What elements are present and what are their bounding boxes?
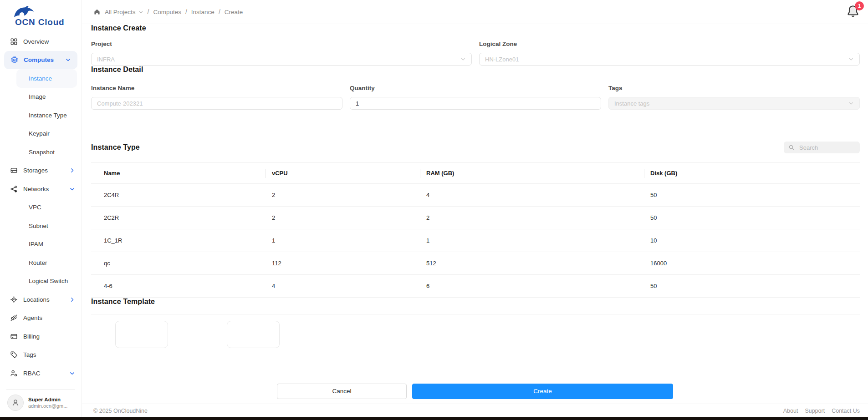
sidebar-item-instance[interactable]: Instance	[16, 69, 77, 88]
sidebar-item-label: Router	[29, 259, 47, 266]
tag-icon	[10, 351, 18, 359]
tags-select[interactable]: Instance tags	[608, 97, 860, 110]
sidebar-item-rbac[interactable]: RBAC	[0, 364, 82, 383]
breadcrumb-project-label: All Projects	[105, 9, 136, 15]
sidebar-item-snapshot[interactable]: Snapshot	[0, 143, 82, 162]
chevron-down-icon	[69, 370, 75, 376]
plug-icon	[10, 314, 18, 322]
sidebar-item-locations[interactable]: Locations	[0, 290, 82, 309]
logical-zone-select[interactable]: HN-LZone01	[479, 53, 860, 66]
footer-link-about[interactable]: About	[783, 408, 798, 414]
avatar	[7, 395, 24, 411]
logical-zone-field: Logical Zone HN-LZone01	[479, 32, 860, 66]
instance-name-field: Instance Name	[91, 74, 342, 110]
section-title-instance-create: Instance Create	[91, 24, 860, 32]
footer-link-support[interactable]: Support	[805, 408, 825, 414]
template-card[interactable]	[227, 321, 280, 348]
brand-logo[interactable]: OCN Cloud	[0, 5, 82, 32]
cell-vcpu: 112	[266, 260, 420, 267]
storage-icon	[10, 167, 18, 174]
sidebar-item-logical-switch[interactable]: Logical Switch	[0, 272, 82, 291]
cell-name: 2C4R	[91, 192, 266, 198]
chevron-right-icon	[69, 167, 75, 173]
detail-fields-row: Instance Name Quantity Tags Instance tag…	[91, 74, 860, 110]
action-bar: Cancel Create	[82, 379, 868, 404]
project-label: Project	[91, 40, 472, 47]
template-divider	[91, 314, 860, 314]
sidebar-item-label: Image	[29, 93, 46, 100]
sidebar-item-tags[interactable]: Tags	[0, 346, 82, 364]
cell-vcpu: 4	[266, 283, 420, 289]
column-header-name[interactable]: Name	[91, 170, 266, 177]
footer-links: About Support Contact Us	[783, 408, 860, 414]
sidebar-item-label: Instance	[29, 75, 52, 82]
chevron-right-icon	[69, 297, 75, 303]
card-icon	[10, 333, 18, 340]
sidebar-item-agents[interactable]: Agents	[0, 309, 82, 328]
dolphin-logo-icon	[14, 5, 35, 18]
copyright-text: © 2025 OnCloudNine	[93, 408, 148, 414]
instance-type-header: Instance Type	[91, 142, 860, 153]
breadcrumb-item-computes[interactable]: Computes	[153, 9, 181, 15]
sidebar-item-networks[interactable]: Networks	[0, 180, 82, 198]
table-row[interactable]: 4-6 4 6 50	[91, 275, 860, 298]
create-button[interactable]: Create	[412, 384, 673, 399]
sidebar-item-billing[interactable]: Billing	[0, 327, 82, 346]
home-icon[interactable]	[93, 8, 101, 15]
cell-ram: 4	[420, 192, 644, 198]
sidebar-item-label: Keypair	[29, 130, 50, 137]
sidebar-item-label: Subnet	[29, 223, 48, 229]
page-footer: © 2025 OnCloudNine About Support Contact…	[82, 404, 868, 417]
table-row[interactable]: 2C4R 2 4 50	[91, 184, 860, 207]
column-header-ram[interactable]: RAM (GB)	[420, 170, 644, 177]
table-row[interactable]: 1C_1R 1 1 10	[91, 229, 860, 252]
instance-type-search[interactable]	[784, 142, 860, 153]
sidebar-item-label: RBAC	[23, 370, 41, 377]
sidebar-item-ipam[interactable]: IPAM	[0, 235, 82, 254]
sidebar-item-computes[interactable]: Computes	[4, 51, 77, 70]
notifications-bell[interactable]: 1	[846, 4, 860, 20]
table-row[interactable]: qc 112 512 16000	[91, 252, 860, 275]
search-input[interactable]	[798, 144, 855, 152]
user-profile[interactable]: Super Admin admin.ocn@gm...	[6, 389, 75, 417]
breadcrumb-project-dropdown[interactable]: All Projects	[105, 9, 143, 15]
sidebar-item-instance-type[interactable]: Instance Type	[0, 106, 82, 125]
sidebar-item-keypair[interactable]: Keypair	[0, 125, 82, 143]
sidebar-item-router[interactable]: Router	[0, 253, 82, 272]
notification-badge: 1	[855, 1, 864, 10]
sidebar-item-storages[interactable]: Storages	[0, 162, 82, 180]
main-area: All Projects / Computes / Instance / Cre…	[82, 0, 868, 417]
cancel-button[interactable]: Cancel	[277, 384, 407, 399]
sidebar-item-vpc[interactable]: VPC	[0, 198, 82, 217]
cell-name: 1C_1R	[91, 237, 266, 244]
sidebar-item-overview[interactable]: Overview	[0, 32, 82, 51]
chevron-down-icon	[848, 101, 854, 106]
template-card[interactable]	[115, 321, 168, 348]
breadcrumb-item-create[interactable]: Create	[225, 9, 243, 15]
tags-field: Tags Instance tags	[608, 74, 860, 110]
sidebar-item-label: Snapshot	[29, 149, 55, 156]
chevron-down-icon	[460, 56, 466, 62]
quantity-input[interactable]	[350, 97, 601, 110]
sidebar-item-image[interactable]: Image	[0, 88, 82, 106]
sidebar-item-subnet[interactable]: Subnet	[0, 217, 82, 235]
sidebar-item-label: Billing	[23, 333, 40, 340]
cell-ram: 2	[420, 214, 644, 221]
footer-link-contact[interactable]: Contact Us	[832, 408, 860, 414]
page-content: Instance Create Project INFRA Logical Zo…	[82, 24, 868, 417]
project-select[interactable]: INFRA	[91, 53, 472, 66]
instance-name-input[interactable]	[91, 97, 342, 110]
sidebar-nav: Overview Computes Instance Image Instanc…	[0, 32, 82, 383]
table-row[interactable]: 2C2R 2 2 50	[91, 207, 860, 229]
section-title-instance-type: Instance Type	[91, 143, 140, 152]
sidebar-item-label: VPC	[29, 204, 41, 211]
column-header-disk[interactable]: Disk (GB)	[644, 170, 860, 177]
location-icon	[10, 296, 18, 304]
breadcrumb-item-instance[interactable]: Instance	[191, 9, 214, 15]
template-cards-row	[115, 321, 860, 348]
cell-ram: 1	[420, 237, 644, 244]
column-header-vcpu[interactable]: vCPU	[266, 170, 420, 177]
cell-vcpu: 1	[266, 237, 420, 244]
sidebar-item-label: Instance Type	[29, 112, 67, 119]
chevron-down-icon	[69, 186, 75, 192]
